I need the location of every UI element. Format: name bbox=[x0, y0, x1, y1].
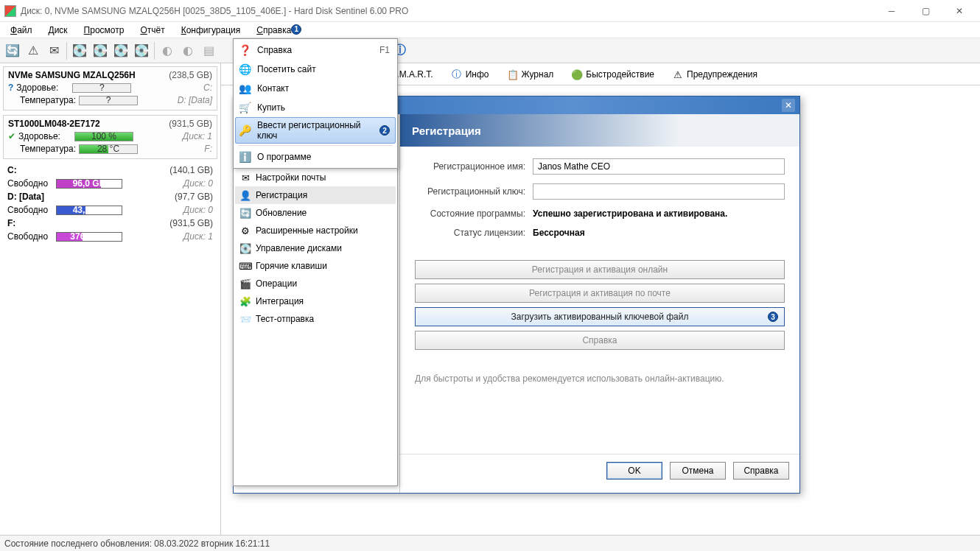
disk-block[interactable]: ST1000LM048-2E7172 (931,5 GB) ✔ Здоровье… bbox=[3, 115, 217, 159]
minimize-button[interactable]: ─ bbox=[875, 1, 908, 21]
disk-size: (931,5 GB) bbox=[169, 119, 212, 129]
gauge2-icon[interactable]: ◐ bbox=[178, 41, 197, 60]
volume-size: (140,1 GB) bbox=[169, 165, 213, 175]
reg-lic-label: Статус лицензии: bbox=[415, 228, 533, 238]
free-label: Свободно bbox=[7, 205, 52, 215]
disk-size: (238,5 GB) bbox=[169, 70, 212, 80]
step-badge-1: 1 bbox=[291, 24, 301, 35]
menu-item-icon: 🌐 bbox=[238, 63, 251, 76]
cancel-button[interactable]: Отмена bbox=[670, 462, 726, 480]
menu-item[interactable]: 🔑Ввести регистрационный ключ2 bbox=[235, 117, 396, 144]
reg-name-input[interactable] bbox=[533, 158, 785, 175]
mail-icon[interactable]: ✉ bbox=[44, 41, 63, 60]
config-item[interactable]: 🧩Интеграция bbox=[235, 292, 396, 310]
tab-warnings[interactable]: ⚠Предупреждения bbox=[664, 65, 766, 83]
config-item[interactable]: 🎬Операции bbox=[235, 275, 396, 292]
app-icon bbox=[4, 5, 16, 17]
tab-label: Быстродействие bbox=[586, 69, 654, 80]
disk3-icon[interactable]: 💽 bbox=[111, 41, 130, 60]
free-bar: 96,0 GB bbox=[56, 179, 122, 189]
config-item-icon: 📨 bbox=[239, 313, 251, 325]
menu-help[interactable]: Справка 1 bbox=[249, 24, 298, 37]
tab-info[interactable]: ⓘИнфо bbox=[443, 65, 497, 83]
volume-row[interactable]: C:(140,1 GB) bbox=[3, 164, 217, 177]
volume-free-row: Свободно 43,2 GB Диск: 0 bbox=[3, 203, 217, 217]
menu-item-icon: 🔑 bbox=[238, 124, 251, 137]
health-label: Здоровье: bbox=[16, 83, 69, 93]
menu-disk[interactable]: Диск bbox=[41, 24, 75, 37]
menu-file[interactable]: Файл bbox=[3, 24, 40, 37]
toolbar: 🔄 ⚠ ✉ 💽 💽 💽 💽 ◐ ◐ ▤ ⓘ bbox=[0, 38, 980, 63]
volume-size: (931,5 GB) bbox=[169, 218, 213, 228]
volume-free-row: Свободно 376,5 GB Диск: 1 bbox=[3, 230, 217, 243]
close-icon[interactable]: ✕ bbox=[782, 99, 795, 112]
menu-config[interactable]: Конфигурация bbox=[174, 24, 248, 37]
panel-icon[interactable]: ▤ bbox=[199, 41, 218, 60]
tab-label: Журнал bbox=[522, 69, 554, 80]
config-item-label: Интеграция bbox=[256, 296, 304, 306]
config-item[interactable]: 🔄Обновление bbox=[235, 204, 396, 222]
config-item-icon: 👤 bbox=[239, 189, 251, 201]
config-item-icon: 🎬 bbox=[239, 278, 251, 289]
tab-journal[interactable]: 📋Журнал bbox=[499, 65, 562, 83]
menu-report[interactable]: Отчёт bbox=[133, 24, 172, 37]
disk2-icon[interactable]: 💽 bbox=[91, 41, 110, 60]
disk-block[interactable]: NVMe SAMSUNG MZALQ256H (238,5 GB) ? Здор… bbox=[3, 66, 217, 110]
warning-icon[interactable]: ⚠ bbox=[24, 41, 43, 60]
config-item[interactable]: ⌨Горячие клавиши bbox=[235, 257, 396, 275]
menu-item[interactable]: ℹ️О программе bbox=[235, 147, 396, 166]
menu-item[interactable]: 🌐Посетить сайт bbox=[235, 60, 396, 79]
volume-row[interactable]: F:(931,5 GB) bbox=[3, 217, 217, 230]
check-icon: ✔ bbox=[8, 131, 15, 141]
volume-row[interactable]: D: [Data](97,7 GB) bbox=[3, 190, 217, 203]
gauge-icon[interactable]: ◐ bbox=[158, 41, 177, 60]
config-item-label: Настройки почты bbox=[256, 172, 326, 183]
menu-item[interactable]: 👥Контакт bbox=[235, 79, 396, 98]
toolbar-separator bbox=[66, 42, 67, 60]
config-item-label: Регистрация bbox=[256, 190, 307, 200]
ok-button[interactable]: OK bbox=[606, 462, 662, 480]
menu-item-icon: ❓ bbox=[238, 43, 251, 57]
volume-letter: F: bbox=[7, 218, 52, 228]
warn-icon: ⚠ bbox=[672, 69, 684, 80]
help-button[interactable]: Справка bbox=[733, 462, 789, 480]
config-item[interactable]: 👤Регистрация bbox=[235, 186, 396, 204]
config-item[interactable]: 💽Управление дисками bbox=[235, 239, 396, 257]
health-value: ? bbox=[99, 83, 105, 93]
config-item-icon: 💽 bbox=[239, 242, 251, 254]
dialog-header-title: Регистрация bbox=[412, 124, 481, 137]
config-item[interactable]: ⚙Расширенные настройки bbox=[235, 222, 396, 239]
disk-name: ST1000LM048-2E7172 bbox=[8, 119, 100, 129]
disk-letter: C: bbox=[203, 83, 212, 93]
disk-icon[interactable]: 💽 bbox=[70, 41, 89, 60]
config-item-label: Обновление bbox=[256, 208, 307, 218]
config-item-label: Горячие клавиши bbox=[256, 261, 327, 271]
config-item[interactable]: ✉Настройки почты bbox=[235, 169, 396, 186]
tab-performance[interactable]: 🟢Быстродействие bbox=[563, 65, 662, 83]
menu-item-label: Контакт bbox=[257, 83, 390, 94]
tab-label: Предупреждения bbox=[687, 69, 757, 80]
menu-item[interactable]: ❓СправкаF1 bbox=[235, 41, 396, 60]
reg-key-input[interactable] bbox=[533, 183, 785, 200]
volume-disk: Диск: 1 bbox=[183, 231, 213, 242]
temp-label: Температура: bbox=[20, 95, 76, 105]
menu-view[interactable]: Просмотр bbox=[77, 24, 132, 37]
menu-item-label: О программе bbox=[257, 152, 390, 162]
refresh-icon[interactable]: 🔄 bbox=[3, 41, 22, 60]
button-label: Справка bbox=[582, 335, 617, 345]
config-item[interactable]: 📨Тест-отправка bbox=[235, 310, 396, 328]
menu-item-label: Посетить сайт bbox=[257, 64, 390, 74]
reg-load-button[interactable]: Загрузить активированный ключевой файл 3 bbox=[415, 307, 785, 326]
disk4-icon[interactable]: 💽 bbox=[132, 41, 151, 60]
menu-item[interactable]: 🛒Купить bbox=[235, 98, 396, 117]
menu-item-label: Справка bbox=[257, 45, 374, 55]
reg-mail-button[interactable]: Регистрация и активация по почте bbox=[415, 284, 785, 303]
reg-online-button[interactable]: Регистрация и активация онлайн bbox=[415, 260, 785, 279]
health-value: 100 % bbox=[91, 131, 116, 141]
reg-help-button[interactable]: Справка bbox=[415, 331, 785, 350]
temp-value: ? bbox=[106, 95, 111, 105]
close-button[interactable]: ✕ bbox=[943, 1, 976, 21]
menu-item-label: Ввести регистрационный ключ bbox=[257, 120, 374, 141]
maximize-button[interactable]: ▢ bbox=[909, 1, 942, 21]
menu-help-label: Справка bbox=[256, 25, 291, 35]
